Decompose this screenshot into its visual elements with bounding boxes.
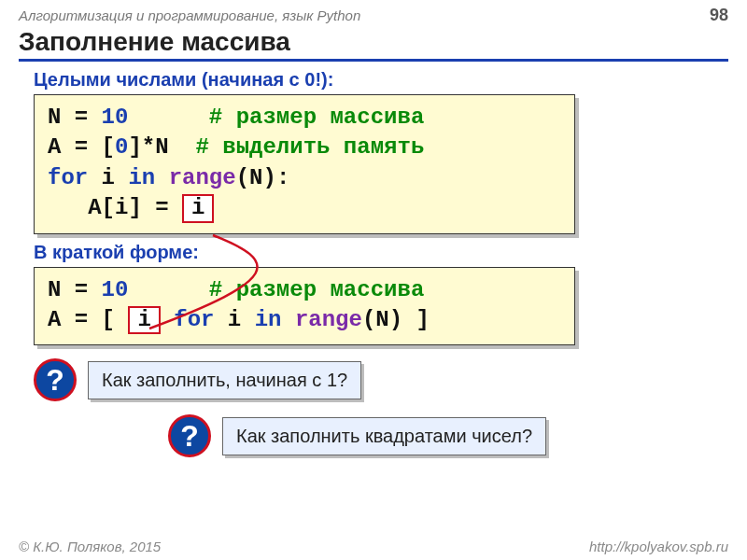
code-text: A[i] = <box>48 195 182 220</box>
code-text: ]*N <box>128 134 195 160</box>
code-keyword: in <box>255 307 282 332</box>
code-text: i <box>214 307 254 332</box>
code-text <box>281 307 294 332</box>
highlight-i-1: i <box>182 194 214 222</box>
code-keyword: for <box>48 165 88 190</box>
page-number: 98 <box>710 6 728 25</box>
code-text <box>128 105 208 130</box>
code-keyword: in <box>128 165 155 190</box>
course-label: Алгоритмизация и программирование, язык … <box>19 7 360 23</box>
code-comment: # размер массива <box>209 105 424 130</box>
code-text: i <box>88 165 128 190</box>
code-text: N = <box>48 277 102 302</box>
question-box-1: Как заполнить, начиная с 1? <box>88 361 361 399</box>
code-text: (N) ] <box>362 307 430 332</box>
code-keyword: for <box>174 307 214 332</box>
subtitle-2: В краткой форме: <box>34 242 728 263</box>
question-row-1: ? Как заполнить, начиная с 1? <box>34 358 747 401</box>
question-row-2: ? Как заполнить квадратами чисел? <box>168 414 747 457</box>
code-block-1: N = 10 # размер массива A = [0]*N # выде… <box>34 94 575 234</box>
code-number: 10 <box>102 105 129 130</box>
code-number: 0 <box>115 134 128 160</box>
code-comment: # размер массива <box>209 277 424 302</box>
footer-url: http://kpolyakov.spb.ru <box>589 539 728 554</box>
code-number: 10 <box>102 277 129 302</box>
code-text: (N): <box>236 165 290 190</box>
code-comment: # выделить память <box>195 134 424 160</box>
code-text: A = [ <box>48 134 115 160</box>
code-block-2: N = 10 # размер массива A = [ i for i in… <box>34 267 575 346</box>
page-title: Заполнение массива <box>19 27 728 62</box>
code-text <box>128 277 208 302</box>
code-text <box>155 165 168 190</box>
footer-copyright: © К.Ю. Поляков, 2015 <box>19 539 161 554</box>
highlight-i-2: i <box>128 306 160 334</box>
question-mark-icon: ? <box>34 358 77 401</box>
question-box-2: Как заполнить квадратами чисел? <box>222 417 546 455</box>
code-text: N = <box>48 105 102 130</box>
code-builtin: range <box>169 165 236 190</box>
question-mark-icon: ? <box>168 414 211 457</box>
code-text <box>161 307 174 332</box>
subtitle-1: Целыми числами (начиная с 0!): <box>34 69 728 91</box>
code-builtin: range <box>295 307 362 332</box>
code-text: A = [ <box>48 307 128 332</box>
